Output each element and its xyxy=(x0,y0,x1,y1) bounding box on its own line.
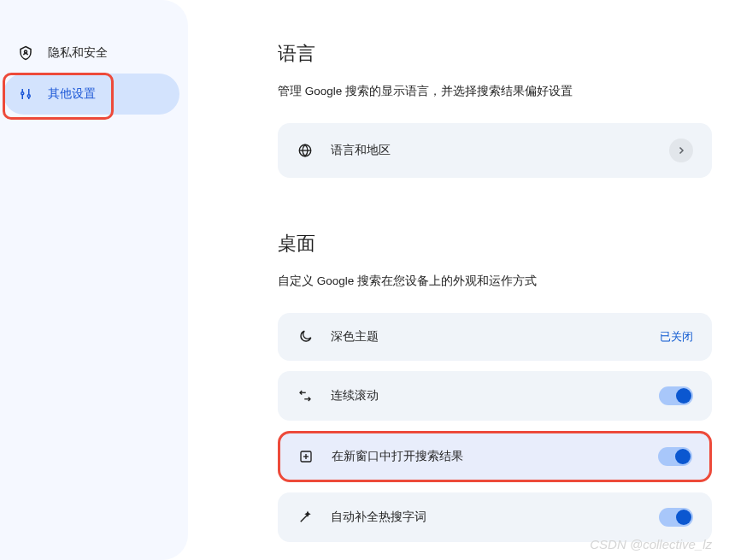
card-label: 连续滚动 xyxy=(331,388,379,404)
svg-point-2 xyxy=(21,92,24,95)
svg-point-5 xyxy=(27,95,30,97)
section-title-language: 语言 xyxy=(278,41,729,67)
sidebar-item-label: 隐私和安全 xyxy=(48,45,108,61)
sliders-icon xyxy=(17,85,34,103)
card-continuous-scroll[interactable]: 连续滚动 xyxy=(278,371,712,421)
card-left: 连续滚动 xyxy=(297,387,379,404)
card-autocomplete[interactable]: 自动补全热搜字词 xyxy=(278,492,712,542)
scroll-icon xyxy=(297,387,314,404)
moon-icon xyxy=(297,328,314,345)
card-language-region[interactable]: 语言和地区 xyxy=(278,123,712,178)
toggle-thumb xyxy=(676,388,691,404)
sidebar-item-label: 其他设置 xyxy=(48,86,96,102)
toggle-continuous-scroll[interactable] xyxy=(659,386,693,405)
section-desc-language: 管理 Google 搜索的显示语言，并选择搜索结果偏好设置 xyxy=(278,84,729,99)
card-label: 深色主题 xyxy=(331,329,379,345)
sidebar-item-privacy[interactable]: 隐私和安全 xyxy=(0,32,188,74)
svg-point-0 xyxy=(25,50,27,53)
card-label: 在新窗口中打开搜索结果 xyxy=(332,449,463,464)
toggle-thumb xyxy=(675,449,691,464)
card-left: 深色主题 xyxy=(297,328,379,345)
toggle-autocomplete[interactable] xyxy=(659,508,693,527)
sidebar: 隐私和安全 其他设置 xyxy=(0,0,188,560)
section-title-desktop: 桌面 xyxy=(278,231,729,256)
main-content: 语言 管理 Google 搜索的显示语言，并选择搜索结果偏好设置 语言和地区 桌… xyxy=(188,0,729,560)
card-left: 语言和地区 xyxy=(297,142,391,159)
sidebar-item-other-settings[interactable]: 其他设置 xyxy=(3,74,179,115)
toggle-open-new-window[interactable] xyxy=(658,447,692,466)
status-text: 已关闭 xyxy=(660,329,693,345)
card-label: 自动补全热搜字词 xyxy=(331,510,426,525)
shield-icon xyxy=(17,44,34,62)
new-window-icon xyxy=(297,448,315,465)
section-desc-desktop: 自定义 Google 搜索在您设备上的外观和运作方式 xyxy=(278,274,729,289)
chevron-right-icon xyxy=(669,139,693,162)
card-dark-theme[interactable]: 深色主题 已关闭 xyxy=(278,313,712,361)
toggle-thumb xyxy=(676,510,691,525)
card-label: 语言和地区 xyxy=(331,143,391,158)
card-left: 在新窗口中打开搜索结果 xyxy=(297,448,463,465)
globe-icon xyxy=(297,142,314,159)
card-open-new-window[interactable]: 在新窗口中打开搜索结果 xyxy=(278,431,712,482)
card-left: 自动补全热搜字词 xyxy=(297,509,426,526)
wand-icon xyxy=(297,509,314,526)
